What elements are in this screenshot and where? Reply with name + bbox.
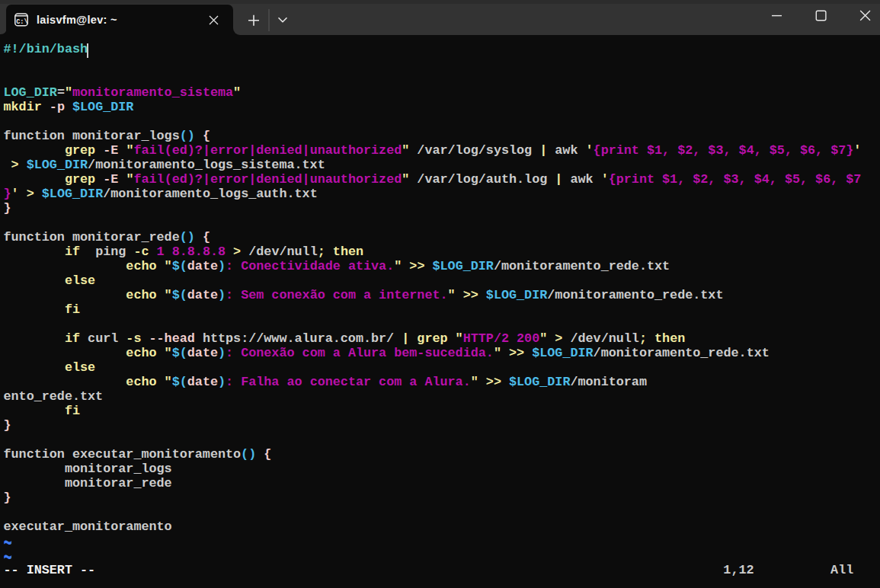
svg-text:C:\: C:\	[16, 18, 27, 26]
